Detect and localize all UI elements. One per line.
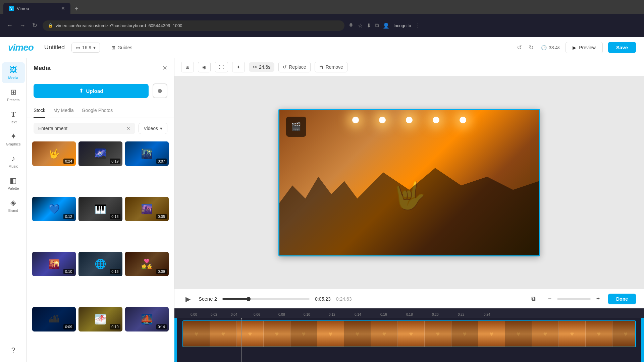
media-thumb-4[interactable]: 💙 0:12 xyxy=(32,197,76,221)
zoom-slider[interactable] xyxy=(557,298,591,300)
active-tab[interactable]: V Vimeo ✕ xyxy=(3,3,70,14)
media-thumb-12[interactable]: 🌉 0:14 xyxy=(125,307,169,331)
tab-my-media[interactable]: My Media xyxy=(53,104,74,118)
color-picker-button[interactable]: ◉ xyxy=(198,62,211,72)
zoom-in-button[interactable]: + xyxy=(593,294,603,304)
lock-icon: 🔒 xyxy=(48,23,53,28)
clock-icon: 🕐 xyxy=(541,45,547,50)
zoom-controls: − + xyxy=(545,294,603,304)
tool-media[interactable]: 🖼 Media xyxy=(2,62,25,83)
search-value: Entertainment xyxy=(38,126,124,131)
upload-button[interactable]: ⬆ Upload xyxy=(34,84,149,98)
tool-brand[interactable]: ◈ Brand xyxy=(2,195,25,216)
remove-button[interactable]: 🗑 Remove xyxy=(315,62,347,72)
guides-button[interactable]: ⊞ Guides xyxy=(107,43,137,52)
remove-icon: 🗑 xyxy=(319,64,324,70)
undo-button[interactable]: ↺ xyxy=(515,42,524,53)
clip-frame-16: ♥ xyxy=(586,321,612,347)
music-icon: ♪ xyxy=(11,154,15,163)
media-thumb-9[interactable]: 💑 0:09 xyxy=(125,252,169,276)
brand-icon: ◈ xyxy=(10,198,16,207)
playhead[interactable] xyxy=(241,318,242,362)
new-tab-button[interactable]: + xyxy=(72,4,81,14)
media-thumb-10[interactable]: 🏙 0:09 xyxy=(32,307,76,331)
replace-icon: ↺ xyxy=(283,64,287,70)
media-thumb-7[interactable]: 🌇 0:10 xyxy=(32,252,76,276)
scissors-icon: ✂ xyxy=(253,64,257,70)
preview-button[interactable]: ▶ Preview xyxy=(566,42,603,53)
presets-icon: ⊞ xyxy=(10,88,16,97)
tool-help[interactable]: ? xyxy=(2,343,25,358)
done-button[interactable]: Done xyxy=(608,294,636,304)
scene-controls: ▶ Scene 2 0:05.23 0:24.63 ⧉ − + Done xyxy=(174,289,644,308)
tab-close-button[interactable]: ✕ xyxy=(61,6,65,11)
extension-icon[interactable]: ⧉ xyxy=(375,22,379,28)
clip-frame-8: ♥ xyxy=(371,321,398,347)
media-thumb-1[interactable]: 🤟 0:24 xyxy=(32,141,76,166)
search-filter-area: Entertainment ✕ Videos ▾ xyxy=(27,118,174,139)
bookmark-icon[interactable]: ☆ xyxy=(358,22,363,29)
playhead-indicator xyxy=(239,318,244,319)
scene-play-button[interactable]: ▶ xyxy=(182,294,193,304)
thumb-duration-12: 0:14 xyxy=(156,324,167,329)
palette-label: Palette xyxy=(7,186,19,190)
tool-palette[interactable]: ◧ Palette xyxy=(2,173,25,194)
filter-chevron-icon: ▾ xyxy=(160,126,162,131)
expand-button[interactable]: ⛶ xyxy=(215,62,228,72)
record-icon: ⏺ xyxy=(157,87,163,95)
source-tabs: Stock My Media Google Photos xyxy=(27,104,174,118)
scene-progress-bar[interactable] xyxy=(222,298,310,300)
tool-presets[interactable]: ⊞ Presets xyxy=(2,84,25,105)
back-button[interactable]: ← xyxy=(5,21,14,31)
media-thumb-3[interactable]: 🌃 0:07 xyxy=(125,141,169,166)
thumb-duration-2: 0:19 xyxy=(110,159,120,164)
clip-frame-15: ♥ xyxy=(559,321,586,347)
ruler-mark-10: 0:20 xyxy=(432,313,438,316)
redo-button[interactable]: ↻ xyxy=(527,42,536,53)
clip-frame-3: ♥ xyxy=(237,321,264,347)
panel-header: Media ✕ xyxy=(27,58,174,78)
tab-stock[interactable]: Stock xyxy=(34,104,45,118)
address-bar[interactable]: 🔒 vimeo.com/create/customize?hash=storyb… xyxy=(43,20,344,31)
menu-icon[interactable]: ⋮ xyxy=(415,22,421,29)
forward-button[interactable]: → xyxy=(18,21,27,31)
thumb-duration-5: 0:13 xyxy=(110,214,120,219)
expand-icon: ⛶ xyxy=(219,64,224,70)
record-button[interactable]: ⏺ xyxy=(153,83,167,98)
preview-label: Preview xyxy=(579,45,596,50)
main-area: 🖼 Media ⊞ Presets T Text ✦ Graphics ♪ Mu… xyxy=(0,58,644,362)
zoom-out-button[interactable]: − xyxy=(545,294,554,304)
play-icon: ▶ xyxy=(573,45,576,50)
profile-icon[interactable]: 👤 xyxy=(383,22,389,29)
panel-close-button[interactable]: ✕ xyxy=(162,64,167,72)
download-icon[interactable]: ⬇ xyxy=(367,22,371,29)
canvas-viewport: 🤟 🎬 xyxy=(174,76,644,289)
media-thumb-5[interactable]: 🎹 0:13 xyxy=(78,197,122,221)
replace-button[interactable]: ↺ Replace xyxy=(278,62,310,72)
concert-light-2 xyxy=(379,117,386,123)
grid-view-button[interactable]: ⊞ xyxy=(181,62,194,72)
refresh-button[interactable]: ↻ xyxy=(31,20,39,31)
tool-music[interactable]: ♪ Music xyxy=(2,151,25,172)
clip-frame-12: ♥ xyxy=(478,321,505,347)
magic-button[interactable]: ✦ xyxy=(232,62,245,72)
concert-lights xyxy=(279,117,539,123)
search-box[interactable]: Entertainment ✕ xyxy=(34,123,135,134)
split-button[interactable]: ⧉ xyxy=(527,293,540,304)
ruler-mark-5: 0:10 xyxy=(304,313,310,316)
tool-text[interactable]: T Text xyxy=(2,107,25,127)
tab-google-photos[interactable]: Google Photos xyxy=(82,104,113,118)
app-header: vimeo Untitled ▭ 16:9 ▾ ⊞ Guides ↺ ↻ 🕐 3… xyxy=(0,37,644,58)
timeline-track[interactable]: ♥ ♥ ♥ ♥ ♥ ♥ ♥ ♥ ♥ ♥ ♥ ♥ ♥ xyxy=(174,318,644,362)
tool-graphics[interactable]: ✦ Graphics xyxy=(2,129,25,149)
media-thumb-8[interactable]: 🌐 0:16 xyxy=(78,252,122,276)
media-thumb-6[interactable]: 🌆 0:05 xyxy=(125,197,169,221)
aspect-ratio-selector[interactable]: ▭ 16:9 ▾ xyxy=(71,43,100,53)
project-title[interactable]: Untitled xyxy=(44,44,65,51)
magic-icon: ✦ xyxy=(236,64,240,70)
search-clear-button[interactable]: ✕ xyxy=(126,126,130,131)
filter-dropdown[interactable]: Videos ▾ xyxy=(139,123,167,134)
media-thumb-11[interactable]: 🌁 0:10 xyxy=(78,307,122,331)
save-button[interactable]: Save xyxy=(608,42,636,53)
media-thumb-2[interactable]: 🌌 0:19 xyxy=(78,141,122,166)
